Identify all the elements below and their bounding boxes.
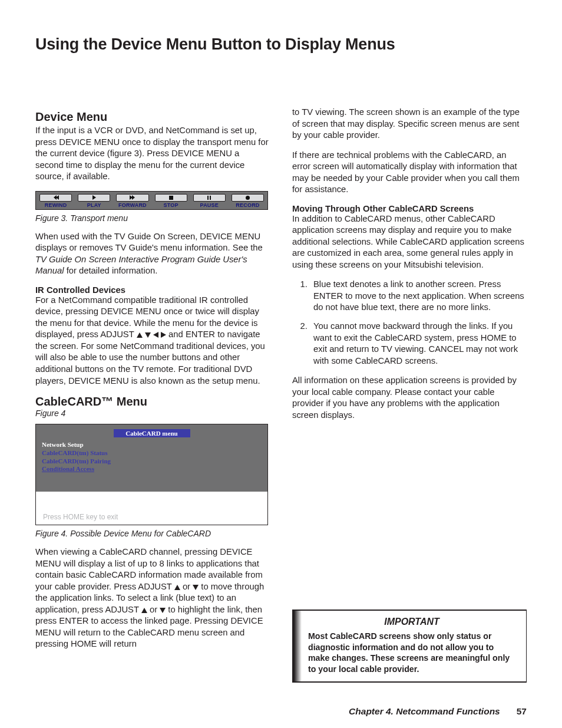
list-item: You cannot move backward through the lin… <box>310 321 527 367</box>
stop-button <box>155 194 187 202</box>
rewind-label: REWIND <box>39 202 72 208</box>
two-column-layout: Device Menu If the input is a VCR or DVD… <box>35 107 527 683</box>
forward-label: FORWARD <box>116 202 148 208</box>
important-body: Most CableCARD screens show only status … <box>308 631 515 674</box>
figure-3-caption: Figure 3. Transport menu <box>35 213 270 223</box>
cablecard-item-status: CableCARD(tm) Status <box>42 449 262 457</box>
forward-button <box>116 194 148 202</box>
cablecard-item-conditional-access: Conditional Access <box>42 465 262 473</box>
text: or <box>180 582 193 591</box>
play-label: PLAY <box>78 202 110 208</box>
cablecard-item-network-setup: Network Setup <box>42 441 262 449</box>
ir-controlled-devices-paragraph: For a NetCommand compatible traditional … <box>35 295 270 387</box>
forward-icon <box>132 195 135 200</box>
play-icon <box>92 195 96 200</box>
list-item: Blue text denotes a link to another scre… <box>310 279 527 314</box>
arrow-down-icon <box>193 585 199 590</box>
cablecard-item-pairing: CableCARD(tm) Pairing <box>42 457 262 466</box>
play-button <box>78 194 110 202</box>
important-callout: IMPORTANT Most CableCARD screens show on… <box>292 610 527 683</box>
right-column: to TV viewing. The screen shown is an ex… <box>292 107 527 683</box>
record-icon <box>246 196 250 200</box>
rewind-icon <box>56 195 59 200</box>
cablecard-titlebar: CableCARD menu <box>114 429 190 437</box>
cablecard-footer-hint: Press HOME key to exit <box>43 513 118 521</box>
page-footer: Chapter 4. Netcommand Functions 57 <box>35 706 527 717</box>
figure-4-caption: Figure 4. Possible Device Menu for Cable… <box>35 529 270 538</box>
cablecard-paragraph-2: If there are technical problems with the… <box>292 150 527 196</box>
stop-icon <box>169 196 173 200</box>
text: or <box>147 605 160 614</box>
ir-controlled-devices-heading: IR Controlled Devices <box>35 285 270 295</box>
device-menu-heading: Device Menu <box>35 110 270 124</box>
figure-4-cablecard-menu: CableCARD menu Network Setup CableCARD(t… <box>35 424 268 525</box>
stop-label: STOP <box>155 202 187 208</box>
arrow-up-icon <box>141 608 147 613</box>
pause-label: PAUSE <box>193 202 226 208</box>
cablecard-paragraph-1-continued: to TV viewing. The screen shown is an ex… <box>292 107 527 141</box>
figure-4-label: Figure 4 <box>35 409 270 418</box>
rules-list: Blue text denotes a link to another scre… <box>292 279 527 367</box>
important-heading: IMPORTANT <box>308 617 515 627</box>
device-menu-paragraph-1: If the input is a VCR or DVD, and NetCom… <box>35 125 270 183</box>
arrow-left-icon <box>153 332 158 338</box>
cablecard-paragraph-1: When viewing a CableCARD channel, pressi… <box>35 546 270 650</box>
arrow-down-icon <box>145 332 151 338</box>
arrow-up-icon <box>174 585 180 590</box>
device-menu-paragraph-2: When used with the TV Guide On Screen, D… <box>35 231 270 277</box>
text: for detailed information. <box>64 266 158 275</box>
pause-button <box>193 194 226 202</box>
page-title: Using the Device Menu Button to Display … <box>35 35 527 54</box>
chapter-label: Chapter 4. Netcommand Functions <box>349 706 500 717</box>
cablecard-menu-heading: CableCARD™ Menu <box>35 395 270 409</box>
rewind-button <box>39 194 72 202</box>
record-label: RECORD <box>232 202 264 208</box>
arrow-down-icon <box>160 608 166 613</box>
pause-icon <box>207 196 211 200</box>
figure-3-transport-menu: REWIND PLAY FORWARD STOP PAUSE RECORD <box>35 191 268 210</box>
text: When used with the TV Guide On Screen, D… <box>35 232 263 253</box>
record-button <box>232 194 264 202</box>
arrow-right-icon <box>161 332 166 338</box>
page-number: 57 <box>517 706 527 717</box>
left-column: Device Menu If the input is a VCR or DVD… <box>35 107 270 683</box>
arrow-up-icon <box>137 332 143 338</box>
moving-through-paragraph: In addition to CableCARD menus, other Ca… <box>292 213 527 271</box>
moving-through-heading: Moving Through Other CableCARD Screens <box>292 204 527 213</box>
closing-paragraph: All information on these application scr… <box>292 375 527 421</box>
